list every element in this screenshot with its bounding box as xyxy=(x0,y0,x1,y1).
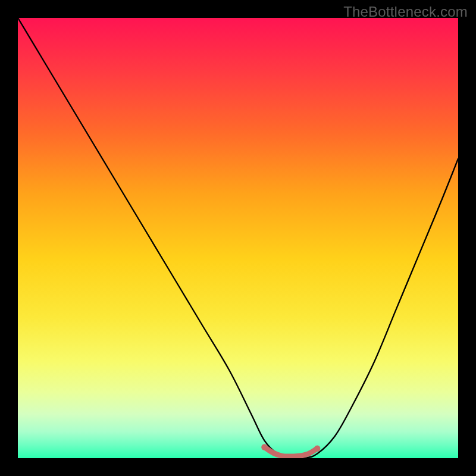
plot-area xyxy=(18,18,458,458)
bottleneck-curve-path xyxy=(18,18,458,458)
highlight-end-right xyxy=(314,446,320,452)
curve-svg xyxy=(18,18,458,458)
highlight-end-left xyxy=(261,444,267,450)
chart-frame: TheBottleneck.com xyxy=(0,0,476,476)
bottom-highlight-path xyxy=(264,447,317,457)
